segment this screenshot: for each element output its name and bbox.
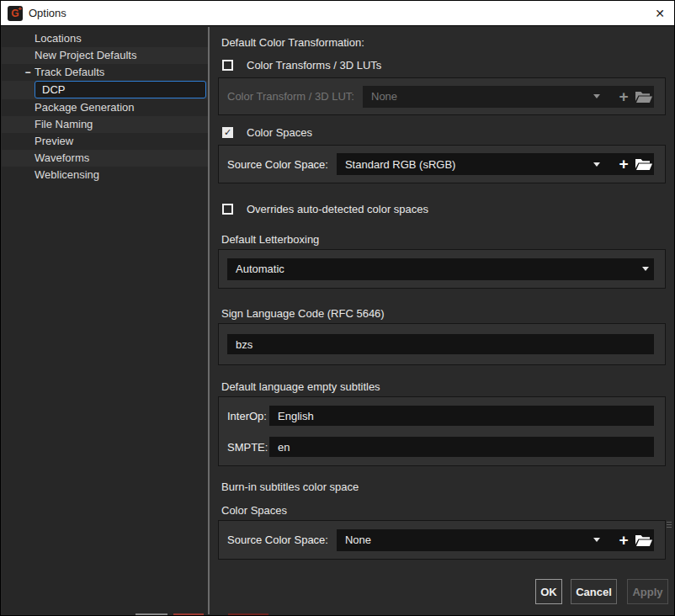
color-transform-panel: Color Transform / 3D LUT: None +: [218, 77, 666, 115]
app-icon: G +: [8, 6, 23, 21]
sidebar-item-track-defaults[interactable]: − Track Defaults: [2, 64, 208, 81]
burnin-color-spaces-label: Color Spaces: [221, 504, 287, 517]
sidebar-item-waveforms[interactable]: Waveforms: [2, 150, 208, 167]
section-title: Default Color Transformation:: [221, 36, 364, 49]
sidebar-item-label: Preview: [35, 135, 73, 147]
interop-input[interactable]: [269, 406, 654, 426]
options-dialog: G + Options ✕ Locations New Project Defa…: [0, 0, 675, 616]
sidebar-item-label: New Project Defaults: [35, 49, 136, 61]
smpte-input[interactable]: [269, 437, 654, 457]
interop-label: InterOp:: [227, 410, 269, 422]
color-spaces-checkbox[interactable]: ✓: [222, 127, 233, 138]
letterboxing-select[interactable]: Automatic: [227, 263, 637, 275]
interop-row: InterOp:: [227, 406, 654, 426]
sidebar-item-preview[interactable]: Preview: [2, 133, 208, 150]
add-transform-icon[interactable]: +: [614, 86, 634, 108]
sidebar-item-label: File Naming: [35, 118, 93, 130]
color-transforms-checkbox-label: Color Transforms / 3D LUTs: [247, 59, 381, 72]
close-icon[interactable]: ✕: [646, 1, 674, 26]
color-transform-strip: None +: [363, 86, 654, 108]
sign-language-panel: [218, 323, 666, 365]
burnin-label: Burn-in subtitles color space: [221, 481, 359, 493]
add-color-space-icon[interactable]: +: [614, 153, 634, 175]
add-color-space-icon[interactable]: +: [614, 529, 634, 551]
smpte-label: SMPTE:: [227, 441, 269, 454]
open-folder-icon[interactable]: [634, 153, 654, 175]
color-spaces-checkbox-label: Color Spaces: [247, 126, 312, 139]
edge-artifact-dark-red: [228, 613, 268, 615]
letterboxing-strip: Automatic: [227, 258, 654, 280]
apply-button[interactable]: Apply: [627, 579, 668, 604]
sign-language-label: Sign Language Code (RFC 5646): [221, 307, 385, 320]
edge-artifact-red: [173, 613, 204, 615]
burnin-source-color-space-row-label: Source Color Space:: [227, 534, 328, 546]
sidebar-item-new-project-defaults[interactable]: New Project Defaults: [2, 47, 208, 64]
sidebar-item-label: Waveforms: [35, 151, 89, 164]
collapse-icon[interactable]: −: [23, 64, 33, 81]
letterboxing-label: Default Letterboxing: [221, 233, 319, 246]
titlebar: G + Options ✕: [1, 1, 674, 26]
open-folder-icon[interactable]: [634, 86, 654, 108]
sidebar: Locations New Project Defaults − Track D…: [2, 27, 208, 614]
source-color-space-select[interactable]: Standard RGB (sRGB): [337, 158, 588, 171]
color-transform-row-label: Color Transform / 3D LUT:: [227, 90, 354, 103]
sidebar-item-label: Package Generation: [35, 101, 135, 114]
sidebar-item-dcp[interactable]: [2, 81, 208, 99]
sidebar-item-weblicensing[interactable]: Weblicensing: [2, 167, 208, 183]
source-color-space-panel: Source Color Space: Standard RGB (sRGB) …: [218, 145, 666, 183]
sidebar-item-file-naming[interactable]: File Naming: [2, 116, 208, 133]
overrides-checkbox-row: Overrides auto-detected color spaces: [222, 203, 428, 215]
chevron-down-icon[interactable]: [593, 162, 600, 167]
ok-button[interactable]: OK: [535, 579, 562, 604]
settings-content: Default Color Transformation: Color Tran…: [210, 27, 673, 614]
burnin-source-color-space-panel: Source Color Space: None +: [218, 520, 666, 560]
empty-subtitles-panel: InterOp: SMPTE:: [218, 396, 666, 466]
smpte-row: SMPTE:: [227, 437, 654, 457]
sidebar-item-locations[interactable]: Locations: [2, 30, 208, 47]
color-spaces-checkbox-row: ✓ Color Spaces: [222, 126, 312, 139]
cancel-button[interactable]: Cancel: [571, 579, 617, 604]
resize-grip-artifact: [667, 522, 672, 529]
sidebar-item-label: Locations: [35, 32, 82, 45]
sidebar-item-label: Track Defaults: [35, 66, 104, 78]
source-color-space-row-label: Source Color Space:: [227, 158, 328, 171]
window-title: Options: [29, 7, 66, 19]
overrides-checkbox-label: Overrides auto-detected color spaces: [247, 203, 428, 215]
chevron-down-icon[interactable]: [593, 538, 600, 542]
open-folder-icon[interactable]: [634, 529, 654, 551]
source-color-space-strip: Standard RGB (sRGB) +: [337, 153, 654, 175]
tree-item-dcp-edit-field[interactable]: [35, 81, 206, 98]
chevron-down-icon[interactable]: [593, 94, 600, 98]
color-transform-select[interactable]: None: [363, 90, 588, 103]
sidebar-item-package-generation[interactable]: Package Generation: [2, 99, 208, 116]
color-transforms-checkbox[interactable]: [222, 60, 233, 71]
check-icon: ✓: [224, 128, 231, 137]
burnin-source-color-space-select[interactable]: None: [337, 534, 588, 546]
burnin-source-color-space-strip: None +: [337, 529, 654, 551]
letterboxing-panel: Automatic: [218, 249, 666, 289]
sign-language-input[interactable]: [227, 334, 654, 354]
empty-subtitles-label: Default language empty subtitles: [221, 380, 380, 393]
edge-artifact-gray: [136, 613, 167, 615]
chevron-down-icon[interactable]: [642, 267, 649, 271]
sidebar-item-label: Weblicensing: [35, 168, 99, 181]
color-transforms-checkbox-row: Color Transforms / 3D LUTs: [222, 59, 381, 72]
app-icon-spark: +: [18, 5, 22, 13]
overrides-checkbox[interactable]: [222, 204, 233, 215]
